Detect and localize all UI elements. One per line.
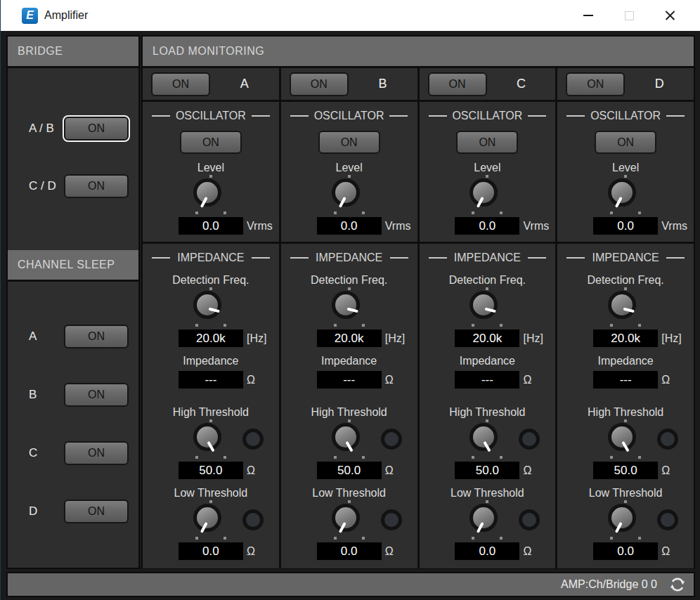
oscillator-on-button[interactable]: ON: [595, 131, 656, 154]
knob-face: [193, 423, 221, 451]
high-threshold-value-row: 50.0 Ω: [143, 462, 279, 479]
load-monitoring-on-button[interactable]: ON: [290, 72, 349, 96]
detection-freq-value[interactable]: 20.0k: [593, 330, 658, 347]
detection-freq-value[interactable]: 20.0k: [179, 330, 243, 347]
bridge-cd-on-button[interactable]: ON: [64, 174, 129, 198]
high-threshold-unit: Ω: [247, 462, 255, 479]
level-knob[interactable]: [604, 175, 647, 217]
load-monitoring-on-button[interactable]: ON: [566, 72, 625, 96]
detection-freq-knob[interactable]: [328, 287, 371, 330]
knob-face: [608, 178, 636, 207]
level-knob[interactable]: [189, 175, 233, 217]
low-threshold-value-row: 0.0 Ω: [420, 542, 556, 560]
detection-freq-knob[interactable]: [465, 287, 509, 330]
impedance-readout-value: ---: [593, 371, 658, 389]
knob-tick: [624, 500, 627, 503]
low-threshold-knob[interactable]: [465, 500, 509, 542]
high-threshold-value[interactable]: 50.0: [593, 462, 658, 479]
detection-freq-knob-row: [281, 287, 417, 330]
title-rule: [152, 115, 170, 117]
high-threshold-value[interactable]: 50.0: [179, 462, 243, 479]
low-threshold-label: Low Threshold: [589, 486, 663, 500]
level-value[interactable]: 0.0: [317, 217, 382, 235]
impedance-title: IMPEDANCE: [454, 252, 521, 264]
level-knob[interactable]: [465, 175, 509, 217]
left-panel: BRIDGE A / B ON C / D ON CHANNEL SLEEP A…: [6, 35, 140, 569]
knob-face: [608, 504, 636, 532]
detection-freq-unit: [Hz]: [385, 330, 405, 347]
low-threshold-value-row: 0.0 Ω: [143, 542, 279, 560]
bridge-ab-on-button[interactable]: ON: [64, 117, 129, 141]
knob-face: [469, 291, 498, 319]
oscillator-section: OSCILLATOR ON Level 0.0 Vrms: [557, 102, 694, 244]
impedance-readout-row: --- Ω: [281, 371, 417, 389]
load-monitoring-header: LOAD MONITORING: [143, 37, 694, 68]
level-value-row: 0.0 Vrms: [557, 217, 694, 235]
detection-freq-knob[interactable]: [604, 287, 647, 330]
low-threshold-value[interactable]: 0.0: [455, 542, 519, 560]
high-threshold-value[interactable]: 50.0: [317, 462, 382, 479]
bridge-row-cd: C / D ON: [8, 174, 138, 199]
low-threshold-value[interactable]: 0.0: [593, 542, 658, 560]
channel-sleep-body: A ON B ON C ON D ON: [8, 282, 138, 524]
window-controls: [568, 0, 690, 31]
minimize-button[interactable]: [568, 0, 609, 31]
low-threshold-value[interactable]: 0.0: [317, 542, 382, 560]
sleep-d-on-button[interactable]: ON: [64, 500, 129, 523]
bridge-body: A / B ON C / D ON: [8, 68, 138, 250]
knob-pointer: [200, 522, 208, 533]
high-threshold-knob[interactable]: [328, 419, 371, 462]
sleep-c-label: C: [29, 446, 64, 460]
low-threshold-value[interactable]: 0.0: [179, 542, 243, 560]
knob-tick: [223, 456, 226, 459]
high-threshold-unit: Ω: [524, 462, 532, 479]
level-value[interactable]: 0.0: [179, 217, 243, 235]
high-threshold-knob[interactable]: [604, 419, 647, 462]
high-threshold-knob[interactable]: [465, 419, 509, 462]
high-threshold-knob[interactable]: [189, 419, 233, 462]
high-threshold-label: High Threshold: [173, 405, 249, 419]
detection-freq-value[interactable]: 20.0k: [317, 330, 382, 347]
impedance-title: IMPEDANCE: [592, 252, 659, 264]
sleep-c-on-button[interactable]: ON: [64, 441, 129, 465]
load-monitoring-on-button[interactable]: ON: [428, 72, 487, 96]
knob-tick: [195, 324, 198, 327]
refresh-button[interactable]: [667, 574, 688, 595]
knob-tick: [500, 324, 503, 327]
titlebar: E Amplifier: [1, 0, 700, 31]
oscillator-on-button[interactable]: ON: [456, 131, 518, 154]
oscillator-on-button[interactable]: ON: [318, 131, 380, 154]
level-value[interactable]: 0.0: [455, 217, 519, 235]
close-button[interactable]: [649, 0, 690, 31]
detection-freq-value[interactable]: 20.0k: [455, 330, 519, 347]
maximize-icon: [625, 11, 634, 20]
detection-freq-knob[interactable]: [189, 287, 233, 330]
high-threshold-knob-row: [420, 419, 556, 462]
channel-header: ON B: [281, 68, 417, 102]
app-icon-letter: E: [26, 10, 34, 21]
low-threshold-knob[interactable]: [604, 500, 647, 542]
knob-face: [332, 423, 360, 451]
level-value[interactable]: 0.0: [593, 217, 658, 235]
low-threshold-knob[interactable]: [189, 500, 233, 542]
low-threshold-label: Low Threshold: [174, 486, 248, 500]
level-knob[interactable]: [328, 175, 371, 217]
oscillator-on-button[interactable]: ON: [180, 131, 242, 154]
low-threshold-knob[interactable]: [328, 500, 371, 542]
sleep-b-on-button[interactable]: ON: [64, 383, 129, 407]
knob-tick: [486, 419, 488, 422]
knob-tick: [209, 500, 212, 503]
maximize-button[interactable]: [609, 0, 649, 31]
status-bar: AMP:Ch/Bridge 0 0: [6, 572, 695, 597]
high-threshold-value[interactable]: 50.0: [455, 462, 519, 479]
level-label: Level: [612, 161, 639, 175]
level-knob-row: [557, 175, 694, 217]
low-threshold-unit: Ω: [661, 542, 670, 560]
knob-tick: [624, 175, 627, 178]
high-threshold-value-row: 50.0 Ω: [557, 462, 694, 479]
title-rule: [290, 257, 309, 259]
sleep-a-on-button[interactable]: ON: [64, 325, 129, 348]
detection-freq-knob-row: [143, 287, 279, 330]
level-value-row: 0.0 Vrms: [281, 217, 417, 235]
load-monitoring-on-button[interactable]: ON: [151, 72, 210, 96]
